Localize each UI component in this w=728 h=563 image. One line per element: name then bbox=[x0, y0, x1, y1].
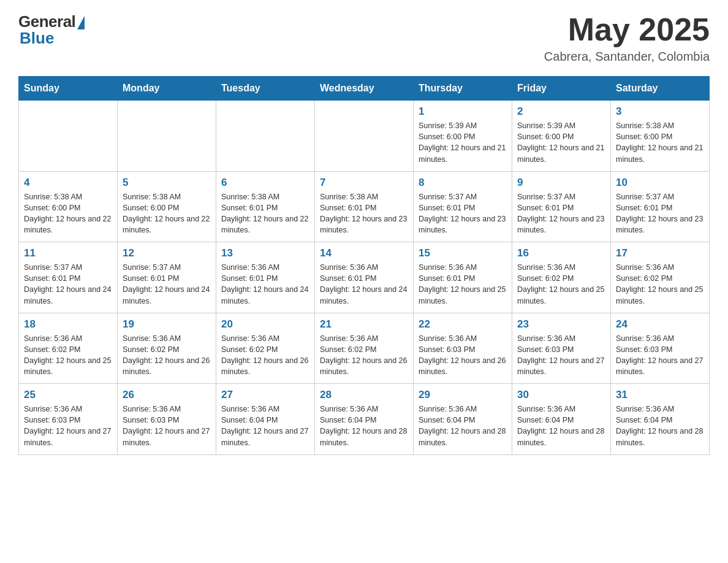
title-section: May 2025 Cabrera, Santander, Colombia bbox=[544, 12, 710, 64]
day-info: Sunrise: 5:36 AMSunset: 6:02 PMDaylight:… bbox=[24, 333, 112, 378]
month-year-title: May 2025 bbox=[544, 12, 710, 47]
calendar-cell: 31Sunrise: 5:36 AMSunset: 6:04 PMDayligh… bbox=[611, 384, 710, 455]
day-number: 1 bbox=[419, 105, 507, 118]
calendar-cell: 3Sunrise: 5:38 AMSunset: 6:00 PMDaylight… bbox=[611, 101, 710, 172]
day-info: Sunrise: 5:36 AMSunset: 6:03 PMDaylight:… bbox=[616, 333, 704, 378]
day-info: Sunrise: 5:38 AMSunset: 6:01 PMDaylight:… bbox=[320, 191, 408, 236]
calendar-cell: 1Sunrise: 5:39 AMSunset: 6:00 PMDaylight… bbox=[414, 101, 512, 172]
calendar-cell: 19Sunrise: 5:36 AMSunset: 6:02 PMDayligh… bbox=[118, 313, 216, 384]
day-number: 4 bbox=[24, 177, 112, 189]
day-number: 9 bbox=[517, 177, 605, 189]
calendar-cell: 18Sunrise: 5:36 AMSunset: 6:02 PMDayligh… bbox=[19, 313, 118, 384]
calendar-week-row: 1Sunrise: 5:39 AMSunset: 6:00 PMDaylight… bbox=[19, 101, 710, 172]
day-number: 31 bbox=[616, 389, 704, 401]
day-info: Sunrise: 5:38 AMSunset: 6:00 PMDaylight:… bbox=[616, 120, 704, 165]
day-info: Sunrise: 5:37 AMSunset: 6:01 PMDaylight:… bbox=[123, 262, 211, 307]
day-info: Sunrise: 5:36 AMSunset: 6:04 PMDaylight:… bbox=[517, 404, 605, 448]
calendar-day-header: Saturday bbox=[611, 77, 710, 101]
calendar-cell: 17Sunrise: 5:36 AMSunset: 6:02 PMDayligh… bbox=[611, 242, 710, 313]
day-number: 3 bbox=[616, 105, 704, 118]
day-info: Sunrise: 5:38 AMSunset: 6:00 PMDaylight:… bbox=[24, 191, 112, 236]
logo: General Blue bbox=[18, 12, 85, 48]
calendar-cell: 9Sunrise: 5:37 AMSunset: 6:01 PMDaylight… bbox=[512, 171, 611, 242]
calendar-cell: 25Sunrise: 5:36 AMSunset: 6:03 PMDayligh… bbox=[19, 384, 118, 455]
day-info: Sunrise: 5:36 AMSunset: 6:01 PMDaylight:… bbox=[320, 262, 408, 307]
calendar-cell: 29Sunrise: 5:36 AMSunset: 6:04 PMDayligh… bbox=[414, 384, 512, 455]
calendar-week-row: 18Sunrise: 5:36 AMSunset: 6:02 PMDayligh… bbox=[19, 313, 710, 384]
logo-blue-text: Blue bbox=[20, 29, 54, 48]
day-info: Sunrise: 5:36 AMSunset: 6:04 PMDaylight:… bbox=[419, 404, 507, 448]
calendar-cell: 12Sunrise: 5:37 AMSunset: 6:01 PMDayligh… bbox=[118, 242, 216, 313]
day-number: 18 bbox=[24, 318, 112, 331]
day-info: Sunrise: 5:36 AMSunset: 6:01 PMDaylight:… bbox=[419, 262, 507, 307]
day-number: 12 bbox=[123, 247, 211, 259]
calendar-cell bbox=[118, 101, 216, 172]
day-number: 8 bbox=[419, 177, 507, 189]
day-number: 25 bbox=[24, 389, 112, 401]
calendar-cell: 30Sunrise: 5:36 AMSunset: 6:04 PMDayligh… bbox=[512, 384, 611, 455]
day-number: 30 bbox=[517, 389, 605, 401]
calendar-day-header: Friday bbox=[512, 77, 611, 101]
day-info: Sunrise: 5:36 AMSunset: 6:02 PMDaylight:… bbox=[517, 262, 605, 307]
day-info: Sunrise: 5:36 AMSunset: 6:01 PMDaylight:… bbox=[221, 262, 309, 307]
calendar-cell: 13Sunrise: 5:36 AMSunset: 6:01 PMDayligh… bbox=[216, 242, 315, 313]
calendar-cell: 15Sunrise: 5:36 AMSunset: 6:01 PMDayligh… bbox=[414, 242, 512, 313]
day-info: Sunrise: 5:36 AMSunset: 6:04 PMDaylight:… bbox=[320, 404, 408, 448]
calendar-cell: 26Sunrise: 5:36 AMSunset: 6:03 PMDayligh… bbox=[118, 384, 216, 455]
calendar-cell: 21Sunrise: 5:36 AMSunset: 6:02 PMDayligh… bbox=[315, 313, 414, 384]
calendar-cell: 7Sunrise: 5:38 AMSunset: 6:01 PMDaylight… bbox=[315, 171, 414, 242]
day-info: Sunrise: 5:38 AMSunset: 6:01 PMDaylight:… bbox=[221, 191, 309, 236]
calendar-day-header: Tuesday bbox=[216, 77, 315, 101]
day-info: Sunrise: 5:36 AMSunset: 6:03 PMDaylight:… bbox=[419, 333, 507, 378]
calendar-cell: 5Sunrise: 5:38 AMSunset: 6:00 PMDaylight… bbox=[118, 171, 216, 242]
day-info: Sunrise: 5:37 AMSunset: 6:01 PMDaylight:… bbox=[24, 262, 112, 307]
day-info: Sunrise: 5:37 AMSunset: 6:01 PMDaylight:… bbox=[419, 191, 507, 236]
day-info: Sunrise: 5:36 AMSunset: 6:03 PMDaylight:… bbox=[24, 404, 112, 448]
day-number: 21 bbox=[320, 318, 408, 331]
calendar-cell: 16Sunrise: 5:36 AMSunset: 6:02 PMDayligh… bbox=[512, 242, 611, 313]
day-number: 17 bbox=[616, 247, 704, 259]
day-number: 14 bbox=[320, 247, 408, 259]
calendar-cell: 2Sunrise: 5:39 AMSunset: 6:00 PMDaylight… bbox=[512, 101, 611, 172]
day-number: 10 bbox=[616, 177, 704, 189]
day-number: 5 bbox=[123, 177, 211, 189]
calendar-cell: 23Sunrise: 5:36 AMSunset: 6:03 PMDayligh… bbox=[512, 313, 611, 384]
calendar-cell: 28Sunrise: 5:36 AMSunset: 6:04 PMDayligh… bbox=[315, 384, 414, 455]
day-number: 11 bbox=[24, 247, 112, 259]
calendar-day-header: Wednesday bbox=[315, 77, 414, 101]
calendar-cell: 22Sunrise: 5:36 AMSunset: 6:03 PMDayligh… bbox=[414, 313, 512, 384]
calendar-cell: 11Sunrise: 5:37 AMSunset: 6:01 PMDayligh… bbox=[19, 242, 118, 313]
logo-triangle-icon bbox=[77, 16, 85, 29]
calendar-cell: 4Sunrise: 5:38 AMSunset: 6:00 PMDaylight… bbox=[19, 171, 118, 242]
day-number: 15 bbox=[419, 247, 507, 259]
day-number: 2 bbox=[517, 105, 605, 118]
day-info: Sunrise: 5:36 AMSunset: 6:03 PMDaylight:… bbox=[123, 404, 211, 448]
day-number: 6 bbox=[221, 177, 309, 189]
day-info: Sunrise: 5:36 AMSunset: 6:04 PMDaylight:… bbox=[221, 404, 309, 448]
day-info: Sunrise: 5:39 AMSunset: 6:00 PMDaylight:… bbox=[517, 120, 605, 165]
day-number: 29 bbox=[419, 389, 507, 401]
day-number: 22 bbox=[419, 318, 507, 331]
day-number: 20 bbox=[221, 318, 309, 331]
day-info: Sunrise: 5:37 AMSunset: 6:01 PMDaylight:… bbox=[616, 191, 704, 236]
day-info: Sunrise: 5:36 AMSunset: 6:03 PMDaylight:… bbox=[517, 333, 605, 378]
day-info: Sunrise: 5:36 AMSunset: 6:02 PMDaylight:… bbox=[221, 333, 309, 378]
calendar-cell bbox=[216, 101, 315, 172]
calendar-day-header: Sunday bbox=[19, 77, 118, 101]
day-info: Sunrise: 5:39 AMSunset: 6:00 PMDaylight:… bbox=[419, 120, 507, 165]
calendar-day-header: Monday bbox=[118, 77, 216, 101]
location-subtitle: Cabrera, Santander, Colombia bbox=[544, 50, 710, 64]
day-info: Sunrise: 5:38 AMSunset: 6:00 PMDaylight:… bbox=[123, 191, 211, 236]
day-number: 26 bbox=[123, 389, 211, 401]
day-number: 7 bbox=[320, 177, 408, 189]
calendar-cell: 10Sunrise: 5:37 AMSunset: 6:01 PMDayligh… bbox=[611, 171, 710, 242]
day-number: 13 bbox=[221, 247, 309, 259]
calendar-week-row: 25Sunrise: 5:36 AMSunset: 6:03 PMDayligh… bbox=[19, 384, 710, 455]
calendar-header-row: SundayMondayTuesdayWednesdayThursdayFrid… bbox=[19, 77, 710, 101]
calendar-cell: 8Sunrise: 5:37 AMSunset: 6:01 PMDaylight… bbox=[414, 171, 512, 242]
calendar-cell: 14Sunrise: 5:36 AMSunset: 6:01 PMDayligh… bbox=[315, 242, 414, 313]
calendar-cell: 27Sunrise: 5:36 AMSunset: 6:04 PMDayligh… bbox=[216, 384, 315, 455]
calendar-cell: 6Sunrise: 5:38 AMSunset: 6:01 PMDaylight… bbox=[216, 171, 315, 242]
calendar-cell bbox=[315, 101, 414, 172]
calendar-table: SundayMondayTuesdayWednesdayThursdayFrid… bbox=[18, 76, 710, 455]
